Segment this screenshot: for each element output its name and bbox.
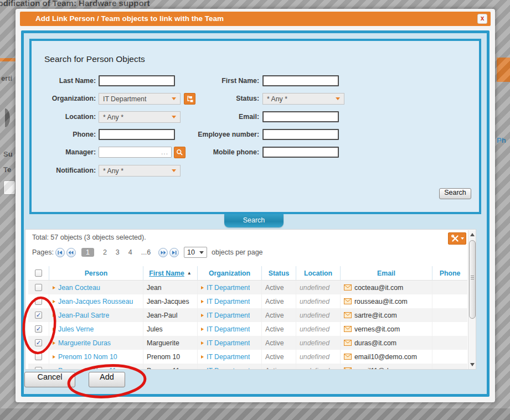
table-row: ✓Marguerite DurasMargueriteIT Department… bbox=[28, 336, 467, 350]
page-link[interactable]: ...6 bbox=[141, 248, 151, 256]
first-name-label: First Name: bbox=[182, 77, 259, 85]
email-icon bbox=[344, 326, 352, 332]
cell-email: email11@demo.com bbox=[341, 364, 432, 370]
cell-checkbox: ✓ bbox=[28, 336, 49, 350]
cancel-button[interactable]: Cancel bbox=[24, 372, 75, 387]
organization-link[interactable]: IT Department bbox=[207, 353, 250, 361]
person-link[interactable]: Marguerite Duras bbox=[58, 339, 111, 347]
organization-link[interactable]: IT Department bbox=[207, 367, 250, 370]
organization-link[interactable]: IT Department bbox=[207, 298, 250, 305]
first-page-button[interactable] bbox=[55, 248, 65, 257]
page-link[interactable]: 3 bbox=[116, 248, 120, 256]
person-link[interactable]: Jean-Paul Sartre bbox=[58, 312, 109, 319]
phone-input[interactable] bbox=[99, 129, 175, 140]
cell-phone bbox=[432, 336, 467, 350]
dialog-add-link-person: Add Link Person / Team objects to link w… bbox=[16, 9, 495, 402]
page-link[interactable]: 2 bbox=[103, 248, 107, 256]
first-name-input[interactable] bbox=[262, 75, 339, 86]
table-row: Jean-Jacques RousseauJean-JacquesIT Depa… bbox=[28, 294, 467, 308]
column-header-label[interactable]: Person bbox=[85, 269, 108, 277]
organization-link[interactable]: IT Department bbox=[207, 325, 250, 333]
scroll-up-icon[interactable] bbox=[470, 233, 475, 236]
scroll-down-icon[interactable] bbox=[470, 363, 475, 366]
prev-page-button[interactable] bbox=[66, 248, 76, 257]
email-text: duras@it.com bbox=[354, 339, 396, 347]
person-link[interactable]: Jean-Jacques Rousseau bbox=[58, 298, 133, 305]
cell-checkbox: ✓ bbox=[28, 322, 49, 336]
email-label: Email: bbox=[182, 113, 259, 121]
close-icon: x bbox=[481, 14, 485, 22]
cell-email: vernes@it.com bbox=[341, 322, 432, 336]
close-button[interactable]: x bbox=[477, 14, 487, 24]
organization-select[interactable]: IT Department bbox=[99, 93, 181, 105]
last-name-input[interactable] bbox=[99, 75, 175, 86]
column-header-label[interactable]: Organization bbox=[209, 269, 250, 277]
phone-label: Phone: bbox=[29, 131, 96, 138]
organization-link[interactable]: IT Department bbox=[207, 312, 250, 319]
pagination: Pages: 1234...6 10 objects per page bbox=[32, 247, 263, 258]
next-page-button[interactable] bbox=[158, 248, 168, 257]
current-page: 1 bbox=[81, 248, 94, 257]
row-checkbox[interactable] bbox=[35, 367, 42, 370]
cell-organization: IT Department bbox=[198, 322, 262, 336]
cell-person: Jean Cocteau bbox=[49, 281, 143, 294]
tools-icon bbox=[451, 234, 460, 243]
column-header-label[interactable]: Email bbox=[377, 269, 395, 277]
cell-location: undefined bbox=[296, 336, 341, 350]
person-link[interactable]: Prenom 11 Nom 11 bbox=[58, 367, 116, 370]
table-row: ✓Jean-Paul SartreJean-PaulIT DepartmentA… bbox=[28, 308, 467, 322]
per-page-select[interactable]: 10 bbox=[184, 247, 207, 258]
table-row: Prenom 10 Nom 10Prenom 10IT DepartmentAc… bbox=[28, 350, 467, 364]
cell-person: Prenom 10 Nom 10 bbox=[49, 350, 143, 364]
email-icon bbox=[344, 367, 352, 370]
cell-phone bbox=[432, 322, 467, 336]
dialog-title: Add Link Person / Team objects to link w… bbox=[35, 14, 224, 23]
chevron-down-icon bbox=[199, 251, 204, 254]
prev-page-icon bbox=[68, 250, 74, 255]
person-link[interactable]: Jean Cocteau bbox=[58, 284, 100, 292]
table-settings-button[interactable] bbox=[448, 232, 466, 245]
column-header-label[interactable]: First Name bbox=[149, 269, 184, 277]
scrollbar-thumb[interactable] bbox=[469, 240, 476, 319]
search-button[interactable]: Search bbox=[439, 188, 471, 199]
cell-organization: IT Department bbox=[198, 350, 262, 364]
person-link[interactable]: Prenom 10 Nom 10 bbox=[58, 353, 117, 361]
row-checkbox[interactable]: ✓ bbox=[35, 325, 42, 333]
status-select[interactable]: * Any * bbox=[262, 93, 344, 105]
status-label: Status: bbox=[182, 95, 259, 102]
row-checkbox[interactable] bbox=[35, 284, 42, 291]
select-all-checkbox[interactable] bbox=[35, 269, 42, 277]
cell-status: Active bbox=[262, 308, 296, 322]
column-header-label[interactable]: Status bbox=[269, 269, 290, 277]
cell-first_name: Jules bbox=[143, 322, 198, 336]
column-header-label[interactable]: Location bbox=[304, 269, 332, 277]
cell-person: Marguerite Duras bbox=[49, 336, 143, 350]
row-checkbox[interactable]: ✓ bbox=[35, 312, 42, 319]
last-page-button[interactable] bbox=[169, 248, 179, 257]
organization-link[interactable]: IT Department bbox=[207, 284, 250, 292]
cell-email: cocteau@it.com bbox=[341, 281, 432, 294]
employee-number-input[interactable] bbox=[262, 129, 339, 140]
results-panel: Total: 57 objects (3 objects selected). … bbox=[25, 229, 476, 370]
email-text: rousseau@it.com bbox=[354, 298, 408, 305]
organization-link[interactable]: IT Department bbox=[207, 339, 250, 347]
page-link[interactable]: 4 bbox=[128, 248, 132, 256]
table-row: ✓Jules VerneJulesIT DepartmentActiveunde… bbox=[28, 322, 467, 336]
row-checkbox[interactable]: ✓ bbox=[35, 339, 42, 346]
email-text: sartre@it.com bbox=[354, 312, 397, 319]
row-checkbox[interactable] bbox=[35, 353, 42, 360]
row-checkbox[interactable] bbox=[35, 298, 42, 305]
email-input[interactable] bbox=[262, 111, 339, 122]
cell-checkbox bbox=[28, 281, 49, 294]
cell-email: duras@it.com bbox=[341, 336, 432, 350]
manager-input[interactable]: ... bbox=[99, 147, 172, 158]
notification-select[interactable]: * Any * bbox=[99, 165, 181, 177]
vertical-scrollbar[interactable] bbox=[468, 230, 476, 369]
cell-organization: IT Department bbox=[198, 364, 262, 370]
search-tab[interactable]: Search bbox=[224, 214, 284, 227]
column-header-label[interactable]: Phone bbox=[440, 269, 461, 277]
mobile-phone-input[interactable] bbox=[262, 147, 339, 158]
add-button[interactable]: Add bbox=[89, 372, 125, 387]
location-select[interactable]: * Any * bbox=[99, 111, 181, 123]
person-link[interactable]: Jules Verne bbox=[58, 325, 94, 333]
